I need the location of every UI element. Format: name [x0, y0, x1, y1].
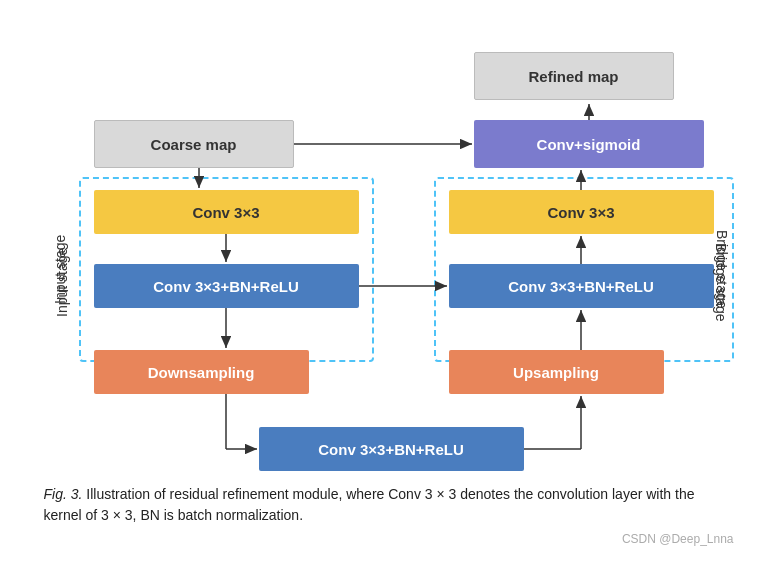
conv-bn-relu-right-box: Conv 3×3+BN+ReLU	[449, 264, 714, 308]
main-container: Input stage Bridge stage Refined map Coa…	[14, 22, 764, 566]
caption-text: Illustration of residual refinement modu…	[44, 486, 695, 523]
caption: Fig. 3. Illustration of residual refinem…	[44, 484, 734, 526]
input-stage-text: Input stage	[54, 227, 70, 337]
coarse-map-box: Coarse map	[94, 120, 294, 168]
conv-sigmoid-box: Conv+sigmoid	[474, 120, 704, 168]
downsampling-box: Downsampling	[94, 350, 309, 394]
fig-label: Fig. 3.	[44, 486, 83, 502]
diagram: Input stage Bridge stage Refined map Coa…	[44, 42, 734, 472]
refined-map-box: Refined map	[474, 52, 674, 100]
conv3x3-right-box: Conv 3×3	[449, 190, 714, 234]
conv-bn-relu-left-box: Conv 3×3+BN+ReLU	[94, 264, 359, 308]
watermark: CSDN @Deep_Lnna	[44, 532, 734, 546]
bridge-stage-text: Bridge stage	[713, 227, 729, 337]
conv-bn-relu-bottom-box: Conv 3×3+BN+ReLU	[259, 427, 524, 471]
upsampling-box: Upsampling	[449, 350, 664, 394]
conv3x3-left-box: Conv 3×3	[94, 190, 359, 234]
